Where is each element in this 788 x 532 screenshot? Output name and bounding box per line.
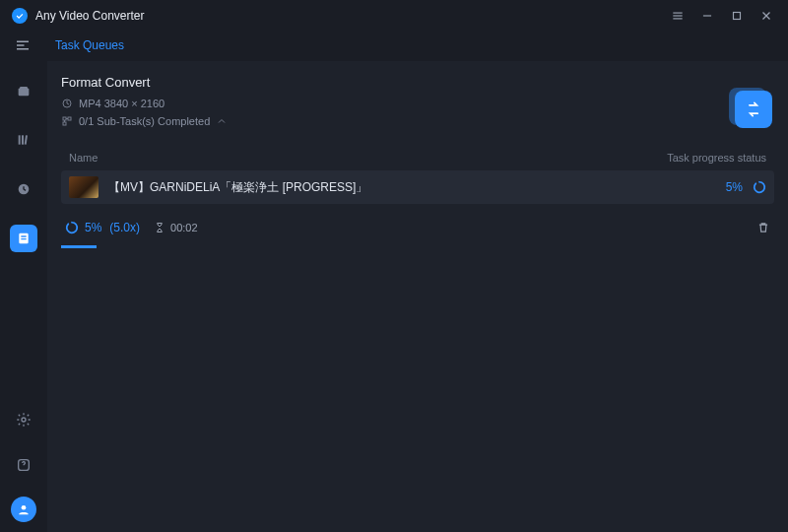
app-title: Any Video Converter xyxy=(35,9,145,23)
status-multiplier: (5.0x) xyxy=(109,221,140,234)
column-name: Name xyxy=(69,152,488,164)
svg-rect-10 xyxy=(19,135,21,144)
task-queues-link[interactable]: Task Queues xyxy=(55,38,124,52)
task-table-header: Name Task progress status xyxy=(61,145,774,170)
convert-button[interactable] xyxy=(735,91,772,128)
app-logo-icon xyxy=(12,8,28,24)
chevron-up-icon xyxy=(216,115,228,127)
svg-point-17 xyxy=(22,505,27,510)
sidebar-item-library[interactable] xyxy=(10,126,37,154)
svg-rect-19 xyxy=(63,117,66,120)
user-avatar-icon[interactable] xyxy=(11,497,36,522)
status-percent: 5% xyxy=(85,221,101,234)
column-progress: Task progress status xyxy=(488,152,766,164)
status-elapsed: 00:02 xyxy=(154,222,198,233)
svg-rect-21 xyxy=(63,122,66,125)
menu-icon[interactable] xyxy=(668,6,688,26)
overall-progress-fill xyxy=(61,245,97,248)
subtask-icon xyxy=(61,115,73,127)
overall-progress-track xyxy=(61,245,774,248)
format-info: MP4 3840 × 2160 xyxy=(61,98,774,109)
sub-header: Task Queues xyxy=(0,32,788,59)
sidebar-item-toolbox[interactable] xyxy=(10,77,37,104)
status-bar: 5% (5.0x) 00:02 xyxy=(61,210,774,245)
title-bar: Any Video Converter xyxy=(0,0,788,32)
delete-icon[interactable] xyxy=(756,221,770,234)
task-thumbnail xyxy=(69,176,98,198)
collapse-sidebar-icon[interactable] xyxy=(14,36,32,54)
task-name: 【MV】GARNiDELiA「極楽浄土 [PROGRESS]」 xyxy=(108,179,726,196)
sidebar xyxy=(0,59,47,532)
format-text: MP4 3840 × 2160 xyxy=(79,98,164,109)
sidebar-item-tasks[interactable] xyxy=(10,225,37,252)
minimize-icon[interactable] xyxy=(697,6,717,26)
svg-rect-4 xyxy=(734,13,741,20)
close-icon[interactable] xyxy=(756,6,776,26)
svg-rect-11 xyxy=(22,135,24,144)
main-panel: Format Convert MP4 3840 × 2160 0/1 Sub-T… xyxy=(47,61,788,532)
status-loading-icon xyxy=(65,221,79,234)
maximize-icon[interactable] xyxy=(727,6,747,26)
sidebar-item-settings[interactable] xyxy=(10,406,37,433)
section-title: Format Convert xyxy=(61,75,774,90)
svg-point-15 xyxy=(22,418,26,422)
svg-rect-12 xyxy=(25,135,28,145)
subtask-text: 0/1 Sub-Task(s) Completed xyxy=(79,115,210,127)
task-loading-icon xyxy=(753,180,766,194)
task-row[interactable]: 【MV】GARNiDELiA「極楽浄土 [PROGRESS]」 5% xyxy=(61,170,774,204)
resolution-icon xyxy=(61,98,73,109)
sidebar-item-history[interactable] xyxy=(10,175,37,203)
subtask-info[interactable]: 0/1 Sub-Task(s) Completed xyxy=(61,115,774,127)
hourglass-icon xyxy=(154,222,165,233)
task-percent: 5% xyxy=(726,180,743,194)
svg-rect-20 xyxy=(68,117,71,120)
sidebar-item-help[interactable] xyxy=(10,451,37,479)
